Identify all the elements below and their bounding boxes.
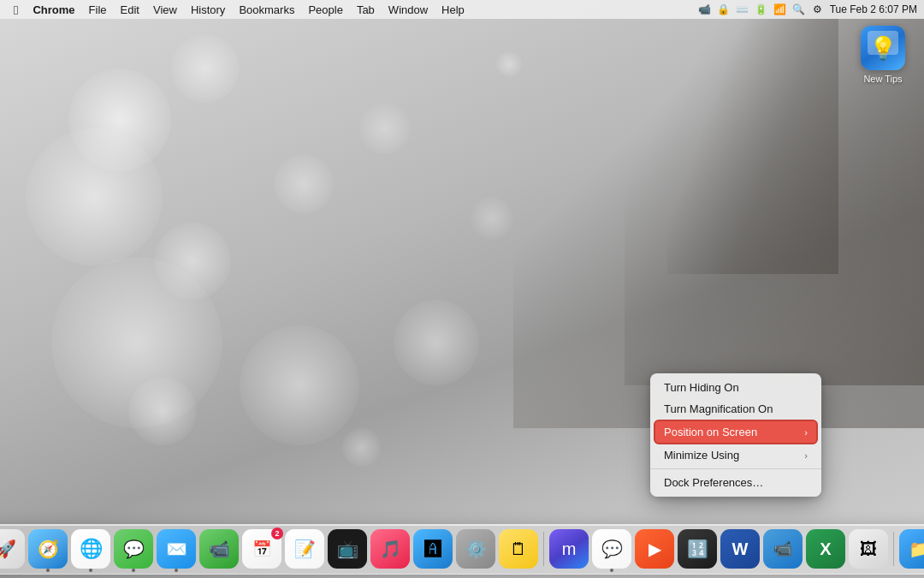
dock-facetime[interactable]: 📹 [199, 529, 239, 569]
dock-messages[interactable]: 💬 [114, 529, 153, 569]
dock-word[interactable]: W [720, 529, 760, 569]
dock-notes[interactable]: 🗒 [499, 529, 538, 569]
dock-slack[interactable]: 💬 [592, 529, 631, 569]
slack-dot [610, 569, 613, 572]
ctx-dock-preferences[interactable]: Dock Preferences… [652, 472, 820, 493]
dock: 🖥 🚀 🧭 🌐 💬 ✉️ 📹 📅 2 📝 📺 🎵 [0, 524, 924, 575]
position-chevron-icon: › [804, 427, 808, 438]
dock-context-menu: Turn Hiding On Turn Magnification On Pos… [650, 373, 821, 497]
menubar-window[interactable]: Window [382, 3, 434, 17]
menubar-left:  Chrome File Edit View History Bookmark… [7, 3, 471, 17]
dock-pronto[interactable]: ▶ [635, 529, 674, 569]
control-center-icon[interactable]: ⚙ [811, 3, 825, 16]
menubar-view[interactable]: View [147, 3, 183, 17]
lock-icon[interactable]: 🔒 [717, 3, 731, 16]
dock-appletv[interactable]: 📺 [328, 529, 367, 569]
wifi-icon[interactable]: 📶 [773, 3, 787, 16]
dock-appstore[interactable]: 🅰 [413, 529, 453, 569]
menubar-bookmarks[interactable]: Bookmarks [233, 3, 300, 17]
ctx-turn-hiding-on[interactable]: Turn Hiding On [652, 377, 820, 398]
keyboard-icon[interactable]: ⌨️ [736, 3, 749, 16]
dock-zoom[interactable]: 📹 [763, 529, 803, 569]
dock-chrome[interactable]: 🌐 [71, 529, 110, 569]
dock-divider-1 [543, 532, 544, 566]
menubar-help[interactable]: Help [435, 3, 471, 17]
apple-menu[interactable]:  [7, 3, 25, 17]
dock-excel[interactable]: X [806, 529, 845, 569]
search-icon[interactable]: 🔍 [792, 3, 806, 16]
safari-dot [46, 569, 50, 572]
new-tips-label: New Tips [863, 74, 902, 84]
menubar-edit[interactable]: Edit [115, 3, 145, 17]
chrome-dot [89, 569, 92, 572]
dock-launchpad[interactable]: 🚀 [0, 529, 25, 569]
menubar-history[interactable]: History [185, 3, 231, 17]
mail-dot [175, 569, 178, 572]
dock-reminders[interactable]: 📝 [285, 529, 324, 569]
dock-messenger[interactable]: m [549, 529, 589, 569]
dock-screencapture[interactable]: 🖼 [849, 529, 888, 569]
messages-dot [132, 569, 135, 572]
dock-divider-2 [893, 532, 894, 566]
dock-calculator[interactable]: 🔢 [678, 529, 717, 569]
ctx-position-on-screen[interactable]: Position on Screen › [654, 420, 818, 444]
menubar-right: 📹 🔒 ⌨️ 🔋 📶 🔍 ⚙ Tue Feb 2 6:07 PM [698, 3, 917, 16]
new-tips-icon[interactable]: 💡 New Tips [852, 26, 914, 84]
battery-icon[interactable]: 🔋 [755, 3, 768, 16]
menubar-file[interactable]: File [83, 3, 113, 17]
calendar-badge: 2 [271, 527, 283, 539]
ctx-divider [650, 468, 821, 469]
menubar-time: Tue Feb 2 6:07 PM [830, 3, 917, 15]
dock-safari[interactable]: 🧭 [28, 529, 68, 569]
menubar-tab[interactable]: Tab [351, 3, 381, 17]
new-tips-icon-image: 💡 [861, 26, 905, 70]
dock-music[interactable]: 🎵 [370, 529, 410, 569]
dock-mail[interactable]: ✉️ [157, 529, 196, 569]
ctx-turn-magnification-on[interactable]: Turn Magnification On [652, 398, 820, 420]
menubar:  Chrome File Edit View History Bookmark… [0, 0, 924, 19]
menubar-chrome[interactable]: Chrome [27, 3, 80, 17]
dock-newtips[interactable]: 📁 [899, 529, 924, 569]
dock-calendar[interactable]: 📅 2 [242, 529, 281, 569]
ctx-minimize-using[interactable]: Minimize Using › [652, 444, 820, 466]
dock-settings[interactable]: ⚙️ [456, 529, 495, 569]
camera-icon[interactable]: 📹 [698, 3, 712, 16]
menubar-people[interactable]: People [302, 3, 348, 17]
minimize-chevron-icon: › [804, 450, 808, 461]
